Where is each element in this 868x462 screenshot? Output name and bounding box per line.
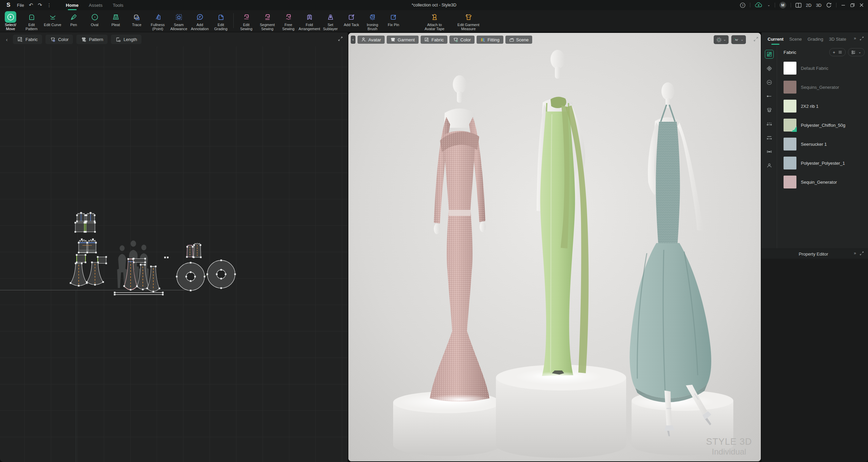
property-editor-expand-icon[interactable] [860,251,864,257]
tool-select-move[interactable]: Select/ Move [0,11,21,31]
tool-ironing-brush[interactable]: Ironing Brush [362,11,383,31]
vp-button-scene[interactable]: Scene [505,36,533,44]
topstitch-category-icon[interactable] [765,92,773,100]
hamburger-icon[interactable] [838,50,842,54]
tool-add-annotation[interactable]: Add Annotation [189,11,210,31]
tab-current[interactable]: Current [768,37,784,42]
selected-check-icon [791,126,797,132]
avatar-category-icon[interactable] [765,162,773,170]
help-icon[interactable]: ? [740,2,746,8]
tool-edit-sewing[interactable]: Edit Sewing [236,11,257,31]
vp-button-avatar[interactable]: Avatar [358,36,385,44]
minimize-button[interactable] [841,3,846,7]
left-tab-length[interactable]: Length [111,35,141,44]
left-tab-color[interactable]: Color [45,35,73,44]
ribbon-tabs: Home Assets Tools [65,0,124,10]
more-menu-icon[interactable]: ⋮ [47,2,52,8]
fabric-item-default[interactable]: Default Fabric [777,59,868,78]
tab-home[interactable]: Home [65,3,79,8]
tab-scene[interactable]: Scene [789,37,802,42]
shirring-category-icon[interactable] [765,134,773,142]
tool-fold-arrangement[interactable]: Fold Arrangement [299,11,320,31]
fabric-item-polyester-polyester[interactable]: Polyester_Polyester_1 [777,154,868,173]
reset-view-icon[interactable] [826,2,832,8]
user-avatar[interactable]: M [779,2,786,8]
toolbar-separator [233,13,234,28]
fabric-item-seersucker[interactable]: Seersucker 1 [777,135,868,154]
viewport-collapse-icon[interactable]: ‹ [351,36,355,44]
redo-icon[interactable]: ↷ [38,2,42,8]
tool-fullness-point[interactable]: Fullness (Point) [147,11,168,31]
add-fabric-icon[interactable]: + [833,50,835,55]
tool-attach-avatar-tape[interactable]: Attach to Avatar Tape [418,11,451,31]
tool-free-sewing[interactable]: Free Sewing [278,11,299,31]
close-button[interactable] [859,3,864,7]
button-category-icon[interactable] [765,78,773,86]
fabric-add-menu[interactable]: + [829,48,846,56]
property-editor-bar[interactable]: Property Editor » [761,248,868,259]
tool-set-sublayer[interactable]: Set Sublayer [320,11,341,31]
view-2d-button[interactable]: 2D [806,3,812,8]
trim-category-icon[interactable] [765,64,773,73]
tool-edit-garment-measure[interactable]: Edit Garment Measure [451,11,485,31]
tab-assets[interactable]: Assets [88,3,103,8]
cloud-caret-icon[interactable]: ⌄ [767,3,770,7]
wind-animation-dropdown[interactable]: ⌄ [731,35,746,44]
property-editor-more-icon[interactable]: » [854,251,856,257]
pattern-icon [81,37,86,42]
tool-segment-sewing[interactable]: Segment Sewing [257,11,278,31]
tool-trace[interactable]: Trace [126,11,147,27]
length-ruler-icon [115,37,121,42]
puckering-category-icon[interactable] [765,106,773,114]
left-panel-collapse-icon[interactable]: ‹ [4,37,9,42]
edit-garment-measure-icon [463,11,474,23]
viewport-3d[interactable]: ‹ Avatar Garment Fabric Color Fitting [348,33,761,461]
left-tab-pattern[interactable]: Pattern [76,35,108,44]
fabric-view-mode-dropdown[interactable]: ⌄ [848,48,865,56]
viewport-expand-icon[interactable] [753,37,758,43]
left-tab-fabric[interactable]: Fabric [13,35,42,44]
vp-button-fabric[interactable]: Fabric [421,36,447,44]
tool-edit-pattern[interactable]: Edit Pattern [21,11,42,31]
fabric-item-polyester-chiffon-50g[interactable]: Polyester_Chiffon_50g [777,116,868,135]
tab-grading[interactable]: Grading [808,37,823,42]
tabs-more-icon[interactable]: » [854,36,856,42]
tab-3d-state[interactable]: 3D State [829,37,846,42]
select-move-icon [5,11,16,23]
fabric-category-icon[interactable] [765,50,774,59]
panel-expand-icon[interactable] [860,36,864,42]
file-menu[interactable]: File [17,3,24,8]
bowtie-category-icon[interactable] [765,148,773,156]
tool-fix-pin[interactable]: Fix Pin [383,11,404,27]
tool-oval[interactable]: Oval [84,11,105,27]
vp-button-color[interactable]: Color [449,36,475,44]
fabric-item-sequin-generator[interactable]: Sequin_Generator [777,173,868,192]
render-mode-dropdown[interactable]: ⌄ [714,35,728,44]
tool-add-tack[interactable]: Add Tack [341,11,362,27]
vp-button-fitting[interactable]: Fitting [477,36,503,44]
edit-curve-icon [47,11,58,23]
stitch-line-category-icon[interactable] [765,120,773,128]
fabric-swatch [784,138,796,150]
restore-button[interactable] [850,3,855,7]
tool-edit-grading[interactable]: Edit Grading [210,11,231,31]
left-panel-expand-icon[interactable] [338,36,343,43]
garment-icon [390,37,396,42]
tab-tools[interactable]: Tools [112,3,124,8]
tool-pen[interactable]: Pen [63,11,84,27]
render-camera-icon [716,37,722,43]
fabric-item-sequins-generator[interactable]: Sequins_Generator [777,78,868,97]
tool-seam-allowance[interactable]: Seam Allowance [168,11,189,31]
svg-text:?: ? [742,3,744,7]
undo-icon[interactable]: ↶ [29,2,33,8]
fabric-item-2x2-rib[interactable]: 2X2 rib 1 [777,97,868,116]
tool-pleat[interactable]: Pleat [105,11,126,27]
main-toolbar: Select/ Move Edit Pattern Edit Curve Pen… [0,10,868,32]
vp-button-garment[interactable]: Garment [387,36,419,44]
fabric-swatch-icon [17,37,23,42]
tool-edit-curve[interactable]: Edit Curve [42,11,63,27]
cloud-sync-icon[interactable] [755,2,763,8]
split-view-icon[interactable] [795,3,802,8]
view-3d-button[interactable]: 3D [816,3,822,8]
pattern-pieces[interactable] [0,46,348,462]
